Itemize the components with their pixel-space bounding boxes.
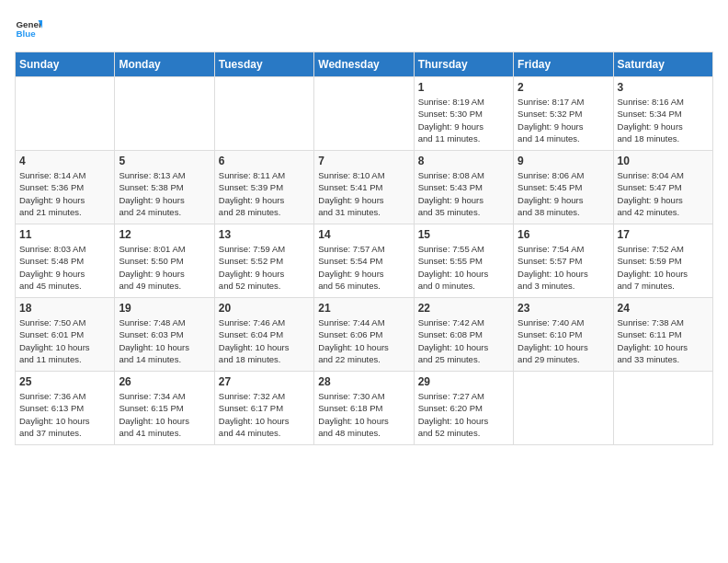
calendar-cell bbox=[314, 77, 414, 151]
day-info: Sunrise: 8:08 AM Sunset: 5:43 PM Dayligh… bbox=[418, 169, 509, 218]
day-number: 5 bbox=[119, 155, 210, 167]
calendar-cell: 12Sunrise: 8:01 AM Sunset: 5:50 PM Dayli… bbox=[115, 224, 214, 298]
day-number: 25 bbox=[19, 375, 110, 388]
day-info: Sunrise: 7:38 AM Sunset: 6:11 PM Dayligh… bbox=[618, 316, 709, 365]
calendar-cell: 9Sunrise: 8:06 AM Sunset: 5:45 PM Daylig… bbox=[514, 151, 613, 224]
calendar-cell: 27Sunrise: 7:32 AM Sunset: 6:17 PM Dayli… bbox=[214, 372, 313, 445]
day-info: Sunrise: 8:03 AM Sunset: 5:48 PM Dayligh… bbox=[19, 243, 110, 292]
day-info: Sunrise: 7:57 AM Sunset: 5:54 PM Dayligh… bbox=[318, 243, 409, 292]
svg-text:Blue: Blue bbox=[17, 29, 37, 39]
calendar-cell: 13Sunrise: 7:59 AM Sunset: 5:52 PM Dayli… bbox=[214, 224, 313, 298]
day-number: 12 bbox=[119, 228, 210, 241]
calendar-cell: 15Sunrise: 7:55 AM Sunset: 5:55 PM Dayli… bbox=[414, 224, 513, 298]
day-number: 11 bbox=[19, 228, 110, 241]
calendar-cell: 26Sunrise: 7:34 AM Sunset: 6:15 PM Dayli… bbox=[115, 372, 214, 445]
logo-icon: General Blue bbox=[15, 15, 42, 42]
page-header: General Blue bbox=[15, 15, 713, 42]
day-number: 10 bbox=[618, 155, 709, 167]
weekday-header-saturday: Saturday bbox=[613, 52, 712, 77]
calendar-cell: 4Sunrise: 8:14 AM Sunset: 5:36 PM Daylig… bbox=[16, 151, 115, 224]
calendar-cell: 19Sunrise: 7:48 AM Sunset: 6:03 PM Dayli… bbox=[115, 298, 214, 372]
day-number: 4 bbox=[19, 155, 110, 167]
calendar-cell: 20Sunrise: 7:46 AM Sunset: 6:04 PM Dayli… bbox=[214, 298, 313, 372]
day-number: 8 bbox=[418, 155, 509, 167]
day-number: 13 bbox=[219, 228, 310, 241]
day-info: Sunrise: 8:19 AM Sunset: 5:30 PM Dayligh… bbox=[418, 96, 509, 144]
day-info: Sunrise: 7:50 AM Sunset: 6:01 PM Dayligh… bbox=[19, 316, 110, 365]
day-info: Sunrise: 7:59 AM Sunset: 5:52 PM Dayligh… bbox=[219, 243, 310, 292]
day-info: Sunrise: 7:48 AM Sunset: 6:03 PM Dayligh… bbox=[119, 316, 210, 365]
calendar-cell: 28Sunrise: 7:30 AM Sunset: 6:18 PM Dayli… bbox=[314, 372, 414, 445]
day-number: 27 bbox=[219, 375, 310, 388]
weekday-header-tuesday: Tuesday bbox=[214, 52, 313, 77]
day-number: 26 bbox=[119, 375, 210, 388]
day-number: 16 bbox=[518, 228, 609, 241]
calendar-cell: 3Sunrise: 8:16 AM Sunset: 5:34 PM Daylig… bbox=[613, 77, 712, 151]
calendar-cell: 25Sunrise: 7:36 AM Sunset: 6:13 PM Dayli… bbox=[16, 372, 115, 445]
weekday-header-thursday: Thursday bbox=[414, 52, 513, 77]
day-info: Sunrise: 7:54 AM Sunset: 5:57 PM Dayligh… bbox=[518, 243, 609, 292]
day-number: 6 bbox=[219, 155, 310, 167]
day-info: Sunrise: 8:04 AM Sunset: 5:47 PM Dayligh… bbox=[618, 169, 709, 218]
day-info: Sunrise: 8:13 AM Sunset: 5:38 PM Dayligh… bbox=[119, 169, 210, 218]
day-info: Sunrise: 7:52 AM Sunset: 5:59 PM Dayligh… bbox=[618, 243, 709, 292]
calendar-cell: 23Sunrise: 7:40 AM Sunset: 6:10 PM Dayli… bbox=[514, 298, 613, 372]
calendar-cell: 2Sunrise: 8:17 AM Sunset: 5:32 PM Daylig… bbox=[514, 77, 613, 151]
day-number: 21 bbox=[318, 302, 409, 315]
day-info: Sunrise: 7:40 AM Sunset: 6:10 PM Dayligh… bbox=[518, 316, 609, 365]
day-number: 15 bbox=[418, 228, 509, 241]
day-info: Sunrise: 7:44 AM Sunset: 6:06 PM Dayligh… bbox=[318, 316, 409, 365]
day-number: 2 bbox=[518, 81, 609, 94]
logo: General Blue bbox=[15, 15, 42, 42]
day-info: Sunrise: 7:30 AM Sunset: 6:18 PM Dayligh… bbox=[318, 390, 409, 439]
day-info: Sunrise: 7:27 AM Sunset: 6:20 PM Dayligh… bbox=[418, 390, 509, 439]
calendar-week-2: 4Sunrise: 8:14 AM Sunset: 5:36 PM Daylig… bbox=[16, 151, 713, 224]
day-info: Sunrise: 7:42 AM Sunset: 6:08 PM Dayligh… bbox=[418, 316, 509, 365]
day-info: Sunrise: 7:55 AM Sunset: 5:55 PM Dayligh… bbox=[418, 243, 509, 292]
calendar-cell: 18Sunrise: 7:50 AM Sunset: 6:01 PM Dayli… bbox=[16, 298, 115, 372]
weekday-header-monday: Monday bbox=[115, 52, 214, 77]
calendar-cell: 17Sunrise: 7:52 AM Sunset: 5:59 PM Dayli… bbox=[613, 224, 712, 298]
calendar-cell: 8Sunrise: 8:08 AM Sunset: 5:43 PM Daylig… bbox=[414, 151, 513, 224]
day-info: Sunrise: 7:34 AM Sunset: 6:15 PM Dayligh… bbox=[119, 390, 210, 439]
calendar-cell: 21Sunrise: 7:44 AM Sunset: 6:06 PM Dayli… bbox=[314, 298, 414, 372]
day-info: Sunrise: 8:16 AM Sunset: 5:34 PM Dayligh… bbox=[618, 96, 709, 144]
day-number: 28 bbox=[318, 375, 409, 388]
day-info: Sunrise: 8:17 AM Sunset: 5:32 PM Dayligh… bbox=[518, 96, 609, 144]
day-number: 9 bbox=[518, 155, 609, 167]
day-number: 19 bbox=[119, 302, 210, 315]
day-info: Sunrise: 8:01 AM Sunset: 5:50 PM Dayligh… bbox=[119, 243, 210, 292]
weekday-header-wednesday: Wednesday bbox=[314, 52, 414, 77]
calendar-cell: 16Sunrise: 7:54 AM Sunset: 5:57 PM Dayli… bbox=[514, 224, 613, 298]
calendar-cell: 5Sunrise: 8:13 AM Sunset: 5:38 PM Daylig… bbox=[115, 151, 214, 224]
day-number: 22 bbox=[418, 302, 509, 315]
day-info: Sunrise: 8:14 AM Sunset: 5:36 PM Dayligh… bbox=[19, 169, 110, 218]
calendar-week-4: 18Sunrise: 7:50 AM Sunset: 6:01 PM Dayli… bbox=[16, 298, 713, 372]
day-number: 29 bbox=[418, 375, 509, 388]
calendar-cell: 24Sunrise: 7:38 AM Sunset: 6:11 PM Dayli… bbox=[613, 298, 712, 372]
day-info: Sunrise: 8:06 AM Sunset: 5:45 PM Dayligh… bbox=[518, 169, 609, 218]
day-number: 17 bbox=[618, 228, 709, 241]
day-info: Sunrise: 8:11 AM Sunset: 5:39 PM Dayligh… bbox=[219, 169, 310, 218]
calendar-cell: 7Sunrise: 8:10 AM Sunset: 5:41 PM Daylig… bbox=[314, 151, 414, 224]
calendar-cell bbox=[115, 77, 214, 151]
weekday-header-friday: Friday bbox=[514, 52, 613, 77]
day-number: 7 bbox=[318, 155, 409, 167]
calendar-week-5: 25Sunrise: 7:36 AM Sunset: 6:13 PM Dayli… bbox=[16, 372, 713, 445]
calendar-cell bbox=[214, 77, 313, 151]
day-number: 18 bbox=[19, 302, 110, 315]
day-info: Sunrise: 7:36 AM Sunset: 6:13 PM Dayligh… bbox=[19, 390, 110, 439]
day-number: 23 bbox=[518, 302, 609, 315]
day-info: Sunrise: 8:10 AM Sunset: 5:41 PM Dayligh… bbox=[318, 169, 409, 218]
calendar-cell: 11Sunrise: 8:03 AM Sunset: 5:48 PM Dayli… bbox=[16, 224, 115, 298]
calendar-cell bbox=[514, 372, 613, 445]
day-info: Sunrise: 7:46 AM Sunset: 6:04 PM Dayligh… bbox=[219, 316, 310, 365]
day-number: 24 bbox=[618, 302, 709, 315]
calendar-cell: 6Sunrise: 8:11 AM Sunset: 5:39 PM Daylig… bbox=[214, 151, 313, 224]
day-number: 14 bbox=[318, 228, 409, 241]
weekday-header-sunday: Sunday bbox=[16, 52, 115, 77]
day-number: 3 bbox=[618, 81, 709, 94]
calendar-cell: 14Sunrise: 7:57 AM Sunset: 5:54 PM Dayli… bbox=[314, 224, 414, 298]
calendar-week-1: 1Sunrise: 8:19 AM Sunset: 5:30 PM Daylig… bbox=[16, 77, 713, 151]
calendar-cell bbox=[16, 77, 115, 151]
